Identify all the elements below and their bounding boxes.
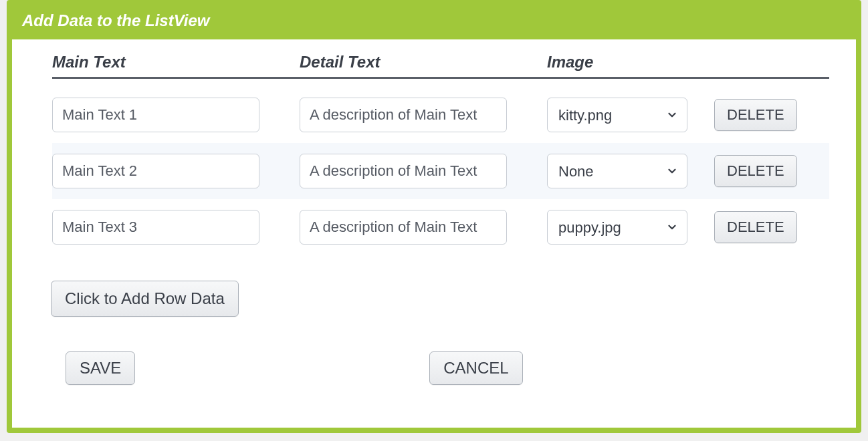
- table-row: puppy.jpg DELETE: [52, 199, 829, 255]
- dialog-title: Add Data to the ListView: [11, 5, 857, 39]
- dialog-footer: SAVE CANCEL: [52, 351, 829, 385]
- add-row-button[interactable]: Click to Add Row Data: [51, 281, 239, 317]
- main-text-input[interactable]: [52, 210, 259, 245]
- image-select[interactable]: None: [547, 154, 687, 188]
- table-row: kitty.png DELETE: [52, 87, 829, 143]
- column-header-delete: [714, 53, 829, 71]
- delete-button[interactable]: DELETE: [714, 211, 797, 243]
- save-button[interactable]: SAVE: [66, 351, 135, 385]
- main-text-input[interactable]: [52, 154, 259, 188]
- add-data-dialog: Add Data to the ListView Main Text Detai…: [7, 0, 861, 433]
- dialog-body: Main Text Detail Text Image kitty.png: [12, 39, 856, 428]
- delete-button[interactable]: DELETE: [714, 99, 797, 131]
- table-row: None DELETE: [52, 143, 829, 199]
- column-header-main: Main Text: [52, 53, 300, 71]
- image-select[interactable]: kitty.png: [547, 98, 687, 132]
- cancel-button[interactable]: CANCEL: [429, 351, 522, 385]
- table-header: Main Text Detail Text Image: [52, 53, 829, 79]
- detail-text-input[interactable]: [300, 154, 507, 188]
- image-select[interactable]: puppy.jpg: [547, 210, 687, 245]
- column-header-detail: Detail Text: [300, 53, 547, 71]
- data-table: Main Text Detail Text Image kitty.png: [52, 53, 829, 255]
- detail-text-input[interactable]: [300, 98, 507, 132]
- delete-button[interactable]: DELETE: [714, 155, 797, 187]
- main-text-input[interactable]: [52, 98, 259, 132]
- column-header-image: Image: [547, 53, 714, 71]
- detail-text-input[interactable]: [300, 210, 507, 245]
